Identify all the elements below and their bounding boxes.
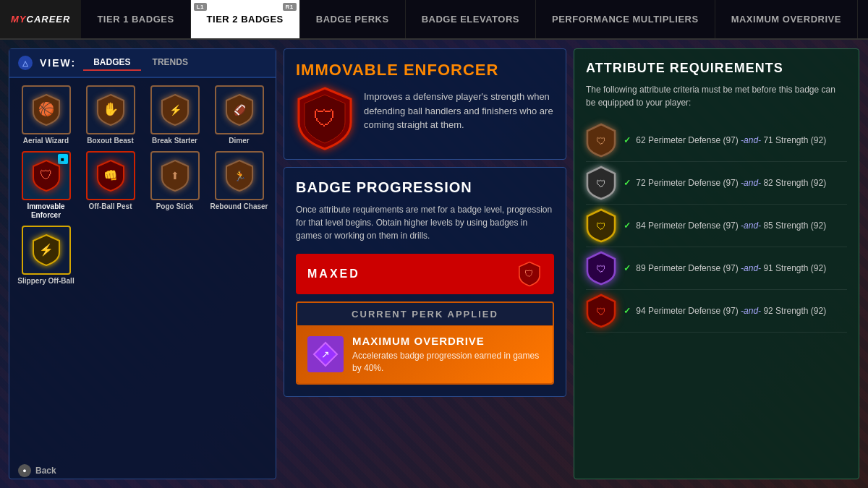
tab-tier2[interactable]: L1 Tier 2 Badges R1 <box>191 0 300 38</box>
tab-tier2-label: Tier 2 Badges <box>207 14 284 25</box>
attr-text-bronze: ✓ 62 Perimeter Defense (97) -and- 71 Str… <box>624 134 847 147</box>
tab-tier1[interactable]: Tier 1 Badges <box>81 0 190 38</box>
attribute-requirements-title: ATTRIBUTE REQUIREMENTS <box>586 61 847 76</box>
svg-text:🛡: 🛡 <box>596 263 606 275</box>
tier-badge-purple: 🛡 <box>586 253 616 283</box>
perk-header: CURRENT PERK APPLIED <box>297 303 553 326</box>
badge-icon-aerial-wizard: 🏀 <box>22 85 71 134</box>
badge-detail-title: IMMOVABLE ENFORCER <box>296 61 554 80</box>
badge-grid: 🏀 Aerial Wizard ✋ Boxout Beast <box>9 78 276 293</box>
svg-text:🛡: 🛡 <box>313 106 336 132</box>
check-icon-gold: ✓ <box>624 221 631 231</box>
tab-perks-label: Badge Perks <box>316 14 389 25</box>
perk-text-block: MAXIMUM OVERDRIVE Accelerates badge prog… <box>352 335 542 374</box>
attr-value-silver: 72 Perimeter Defense (97) <box>636 178 741 188</box>
badge-detail-description: Improves a defensive player's strength w… <box>364 90 554 132</box>
attr-value2-purple: 91 Strength (92) <box>763 263 826 273</box>
attr-value2-gold: 85 Strength (92) <box>763 221 826 231</box>
back-circle-icon: ● <box>18 464 31 477</box>
badge-item-rebound-chaser[interactable]: 🏃 Rebound Chaser <box>210 151 268 220</box>
badge-label-slippery-off-ball: Slippery Off-Ball <box>17 277 74 286</box>
check-icon-red: ✓ <box>624 306 631 316</box>
attr-row-silver: 🛡 ✓ 72 Perimeter Defense (97) -and- 82 S… <box>586 162 847 205</box>
attr-and-bronze: -and- <box>741 135 763 145</box>
badge-item-break-starter[interactable]: ⚡ Break Starter <box>145 85 204 145</box>
progression-description: Once attribute requirements are met for … <box>296 203 554 242</box>
badge-icon-immovable-enforcer: ■ 🛡 <box>22 151 71 200</box>
attr-row-bronze: 🛡 ✓ 62 Perimeter Defense (97) -and- 71 S… <box>586 119 847 162</box>
perk-icon-box: ↗ <box>307 336 344 372</box>
attr-text-purple: ✓ 89 Perimeter Defense (97) -and- 91 Str… <box>624 262 847 275</box>
badge-icon-break-starter: ⚡ <box>150 85 200 134</box>
top-navigation: MYCAREER Tier 1 Badges L1 Tier 2 Badges … <box>0 0 868 40</box>
tab-performance-label: Performance Multipliers <box>552 14 699 25</box>
maxed-text: MAXED <box>307 267 360 281</box>
badge-label-immovable-enforcer: Immovable Enforcer <box>17 202 75 220</box>
logo-my: MY <box>11 14 27 25</box>
attr-and-red: -and- <box>741 306 763 316</box>
view-tab-list: Badges Trends <box>83 55 198 71</box>
badge-item-pogo-stick[interactable]: ⬆ Pogo Stick <box>145 151 204 220</box>
view-header: △ VIEW: Badges Trends <box>9 49 276 78</box>
view-tab-trends[interactable]: Trends <box>142 55 198 71</box>
tab-elevators[interactable]: Badge Elevators <box>406 0 536 38</box>
badge-item-aerial-wizard[interactable]: 🏀 Aerial Wizard <box>17 85 75 145</box>
tier-badge-red: 🛡 <box>586 296 616 326</box>
tab-overdrive-label: Maximum Overdrive <box>731 14 841 25</box>
check-icon-bronze: ✓ <box>624 135 631 145</box>
svg-text:🏈: 🏈 <box>233 104 246 116</box>
badge-list-panel: △ VIEW: Badges Trends 🏀 <box>9 48 276 479</box>
back-label: Back <box>35 466 56 476</box>
check-icon-silver: ✓ <box>624 178 631 188</box>
attr-and-gold: -and- <box>741 221 763 231</box>
attr-text-gold: ✓ 84 Perimeter Defense (97) -and- 85 Str… <box>624 220 847 232</box>
attr-row-purple: 🛡 ✓ 89 Perimeter Defense (97) -and- 91 S… <box>586 247 847 290</box>
svg-text:⬆: ⬆ <box>171 170 179 181</box>
badge-label-break-starter: Break Starter <box>152 137 197 145</box>
tier-badge-gold: 🛡 <box>586 210 616 241</box>
badge-item-off-ball-pest[interactable]: 👊 Off-Ball Pest <box>81 151 140 220</box>
svg-text:⚡: ⚡ <box>39 243 54 257</box>
attr-row-red: 🛡 ✓ 94 Perimeter Defense (97) -and- 92 S… <box>586 290 847 333</box>
badge-icon-dimer: 🏈 <box>215 85 264 134</box>
attribute-requirements-subtitle: The following attribute criteria must be… <box>586 83 847 109</box>
perk-description: Accelerates badge progression earned in … <box>352 350 542 374</box>
badge-item-slippery-off-ball[interactable]: ⚡ Slippery Off-Ball <box>17 226 75 286</box>
badge-label-rebound-chaser: Rebound Chaser <box>210 202 268 211</box>
tab-tier2-right-indicator: R1 <box>283 3 297 11</box>
svg-text:🛡: 🛡 <box>525 269 535 279</box>
check-icon-purple: ✓ <box>624 263 631 273</box>
attr-value2-bronze: 71 Strength (92) <box>763 135 826 145</box>
svg-text:🏃: 🏃 <box>233 170 246 182</box>
tier-badge-bronze: 🛡 <box>586 125 616 155</box>
attr-row-gold: 🛡 ✓ 84 Perimeter Defense (97) -and- 85 S… <box>586 205 847 247</box>
tab-tier2-left-indicator: L1 <box>194 3 207 11</box>
logo-career: CAREER <box>27 14 71 25</box>
badge-info-row: 🛡 Improves a defensive player's strength… <box>296 90 554 147</box>
badge-detail-card: IMMOVABLE ENFORCER 🛡 Improves a defensiv… <box>284 48 566 160</box>
svg-text:🛡: 🛡 <box>596 178 606 189</box>
attr-value2-silver: 82 Strength (92) <box>763 178 826 188</box>
app-logo: MYCAREER <box>0 0 81 38</box>
attr-value-purple: 89 Perimeter Defense (97) <box>636 263 741 273</box>
badge-label-off-ball-pest: Off-Ball Pest <box>88 202 132 211</box>
badge-label-pogo-stick: Pogo Stick <box>156 202 194 211</box>
svg-text:🛡: 🛡 <box>596 135 606 147</box>
tab-performance[interactable]: Performance Multipliers <box>536 0 715 38</box>
tab-overdrive[interactable]: Maximum Overdrive <box>715 0 858 38</box>
badge-item-immovable-enforcer[interactable]: ■ 🛡 Immovable Enforcer <box>17 151 75 220</box>
view-tab-badges[interactable]: Badges <box>83 55 140 71</box>
back-button[interactable]: ● Back <box>18 464 56 477</box>
badge-item-boxout-beast[interactable]: ✋ Boxout Beast <box>81 85 140 145</box>
attr-value-bronze: 62 Perimeter Defense (97) <box>636 135 741 145</box>
tab-perks[interactable]: Badge Perks <box>300 0 406 38</box>
svg-text:↗: ↗ <box>321 348 330 360</box>
attr-and-purple: -and- <box>741 263 763 273</box>
attr-text-silver: ✓ 72 Perimeter Defense (97) -and- 82 Str… <box>624 177 847 189</box>
attr-and-silver: -and- <box>741 178 763 188</box>
main-content: △ VIEW: Badges Trends 🏀 <box>0 40 868 488</box>
maxed-bar: MAXED 🛡 <box>296 254 554 294</box>
perk-name: MAXIMUM OVERDRIVE <box>352 335 542 347</box>
badge-item-dimer[interactable]: 🏈 Dimer <box>210 85 268 145</box>
nav-tab-list: Tier 1 Badges L1 Tier 2 Badges R1 Badge … <box>81 0 868 38</box>
